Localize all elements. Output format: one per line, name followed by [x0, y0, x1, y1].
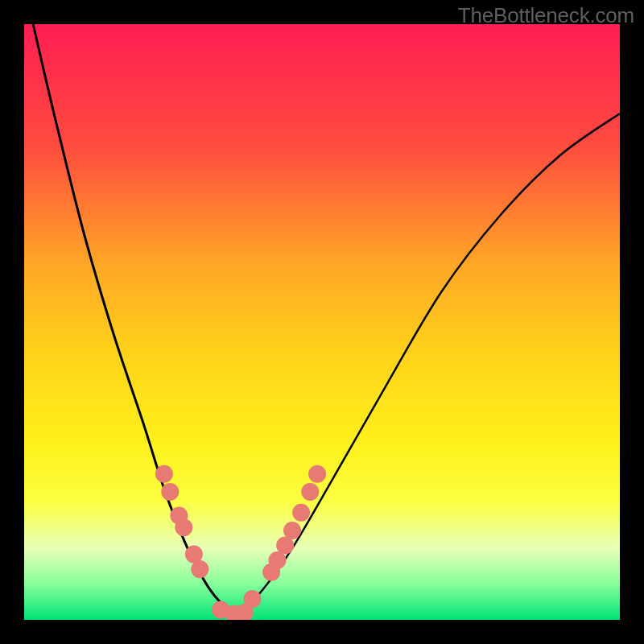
highlight-point [161, 483, 179, 501]
highlight-point [308, 465, 326, 483]
plot-background [24, 24, 620, 620]
frame: TheBottleneck.com [0, 0, 644, 644]
highlight-point [283, 522, 301, 539]
highlight-point [292, 504, 310, 522]
plot-area [24, 24, 620, 620]
site-watermark: TheBottleneck.com [458, 3, 634, 28]
highlight-point [243, 590, 261, 608]
highlight-point [191, 560, 208, 578]
highlight-point [175, 518, 192, 536]
highlight-point [301, 483, 319, 501]
highlight-point [155, 465, 173, 483]
